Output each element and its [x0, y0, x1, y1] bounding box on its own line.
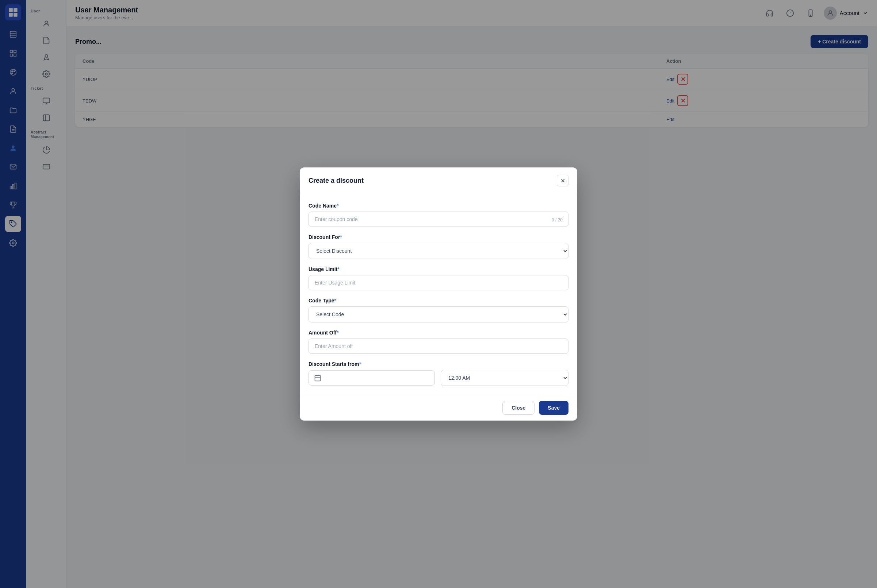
usage-limit-group: Usage Limit*	[308, 266, 569, 290]
modal-close-footer-button[interactable]: Close	[502, 401, 534, 415]
discount-for-select[interactable]: Select Discount All Users New Users Spec…	[308, 243, 569, 259]
code-type-group: Code Type* Select Code Percentage Fixed …	[308, 298, 569, 322]
char-count: 0 / 20	[552, 218, 563, 222]
usage-limit-label: Usage Limit*	[308, 266, 569, 272]
create-discount-modal: Create a discount ✕ Code Name* 0 / 20 D	[300, 167, 577, 421]
code-type-label: Code Type*	[308, 298, 569, 303]
modal-footer: Close Save	[300, 394, 577, 421]
svg-rect-41	[315, 375, 320, 381]
modal-body: Code Name* 0 / 20 Discount For* Select D…	[300, 194, 577, 394]
modal-header: Create a discount ✕	[300, 167, 577, 194]
modal-title: Create a discount	[308, 177, 364, 184]
date-time-row: 12:00 AM 12:30 AM 1:00 AM 6:00 AM 12:00 …	[308, 370, 569, 386]
code-name-input[interactable]	[308, 212, 569, 227]
discount-starts-label: Discount Starts from*	[308, 361, 569, 367]
amount-off-input[interactable]	[308, 339, 569, 354]
amount-off-group: Amount Off*	[308, 330, 569, 354]
code-name-input-wrapper: 0 / 20	[308, 212, 569, 227]
usage-limit-input[interactable]	[308, 275, 569, 290]
modal-overlay[interactable]: Create a discount ✕ Code Name* 0 / 20 D	[0, 0, 877, 588]
modal-save-button[interactable]: Save	[539, 401, 569, 415]
date-picker[interactable]	[308, 370, 435, 386]
discount-for-group: Discount For* Select Discount All Users …	[308, 234, 569, 259]
code-type-select[interactable]: Select Code Percentage Fixed Amount	[308, 306, 569, 322]
time-select[interactable]: 12:00 AM 12:30 AM 1:00 AM 6:00 AM 12:00 …	[441, 370, 569, 386]
amount-off-label: Amount Off*	[308, 330, 569, 336]
modal-close-button[interactable]: ✕	[557, 175, 569, 186]
discount-starts-group: Discount Starts from* 12:00 AM 12:30 AM	[308, 361, 569, 386]
calendar-icon	[314, 374, 321, 381]
close-icon: ✕	[560, 177, 565, 184]
discount-for-label: Discount For*	[308, 234, 569, 240]
code-name-label: Code Name*	[308, 203, 569, 208]
code-name-group: Code Name* 0 / 20	[308, 203, 569, 227]
